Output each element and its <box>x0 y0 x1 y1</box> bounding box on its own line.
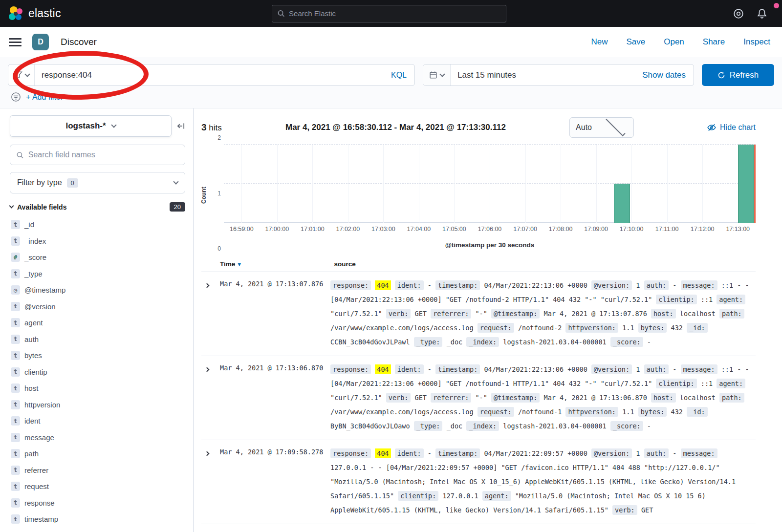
field-item-auth[interactable]: tauth <box>10 331 185 348</box>
chevron-right-icon <box>205 451 210 456</box>
query-input[interactable]: response:404 KQL <box>8 64 415 86</box>
source-field-key: timestamp: <box>435 448 480 458</box>
row-time: Mar 4, 2021 @ 17:13:07.876 <box>220 278 330 349</box>
field-item-_type[interactable]: t_type <box>10 266 185 282</box>
source-field-key: auth: <box>644 364 669 374</box>
chevron-down-icon <box>606 117 625 136</box>
sort-desc-icon[interactable]: ▼ <box>237 261 242 267</box>
field-item-response[interactable]: tresponse <box>10 495 185 511</box>
collapse-sidebar-icon[interactable] <box>176 122 185 130</box>
time-column-header[interactable]: Time▼ <box>220 260 330 268</box>
share-button[interactable]: Share <box>703 37 725 47</box>
string-type-icon: t <box>11 220 20 229</box>
available-fields-header[interactable]: Available fields 20 <box>10 202 185 212</box>
add-filter-button[interactable]: + Add filter <box>26 93 63 102</box>
field-item-clientip[interactable]: tclientip <box>10 364 185 381</box>
x-axis-title: @timestamp per 30 seconds <box>224 238 756 255</box>
field-item-agent[interactable]: tagent <box>10 315 185 331</box>
field-search[interactable] <box>10 145 185 165</box>
x-tick-label: 17:02:00 <box>336 226 360 233</box>
field-name: _index <box>24 237 46 245</box>
field-item-@timestamp[interactable]: ◷@timestamp <box>10 282 185 298</box>
open-button[interactable]: Open <box>664 37 684 47</box>
source-field-key: referrer: <box>431 393 471 403</box>
source-field-key: _index: <box>466 421 499 431</box>
source-field-key: clientip: <box>656 295 696 304</box>
y-axis-title: Count <box>200 187 207 204</box>
row-time: Mar 4, 2021 @ 17:09:58.278 <box>220 447 330 517</box>
refresh-icon <box>717 71 725 79</box>
date-picker[interactable]: Last 15 minutes Show dates <box>423 64 694 86</box>
field-search-input[interactable] <box>28 150 179 159</box>
string-type-icon: t <box>11 482 20 491</box>
field-name: response <box>24 499 55 507</box>
field-item-message[interactable]: tmessage <box>10 429 185 446</box>
interval-select[interactable]: Auto <box>569 117 634 138</box>
space-badge[interactable]: D <box>32 34 49 50</box>
source-field-value: - <box>428 281 432 289</box>
elastic-brand[interactable]: elastic <box>8 6 272 21</box>
field-name: _score <box>24 253 46 261</box>
hide-chart-button[interactable]: Hide chart <box>707 123 756 132</box>
refresh-button[interactable]: Refresh <box>702 64 774 86</box>
expand-row-button[interactable] <box>201 447 220 517</box>
source-field-value: /var/www/example.com/logs/access.log <box>330 408 474 416</box>
filter-by-type[interactable]: Filter by type 0 <box>10 172 185 193</box>
field-name: timestamp <box>24 515 58 523</box>
field-item-timestamp[interactable]: ttimestamp <box>10 511 185 528</box>
field-item-@version[interactable]: t@version <box>10 298 185 315</box>
notifications-icon[interactable] <box>757 8 767 19</box>
source-field-key: _index: <box>466 337 499 347</box>
x-tick-label: 17:09:00 <box>584 226 608 233</box>
source-field-value: 1 <box>636 281 640 289</box>
field-item-httpversion[interactable]: thttpversion <box>10 397 185 413</box>
quick-select-button[interactable] <box>423 64 451 85</box>
global-search[interactable] <box>272 5 506 22</box>
string-type-icon: t <box>11 318 20 327</box>
save-button[interactable]: Save <box>626 37 645 47</box>
histogram-chart: Count 012 16:59:0017:00:0017:01:0017:02:… <box>201 145 756 255</box>
string-type-icon: t <box>11 367 20 377</box>
field-item-ident[interactable]: tident <box>10 413 185 429</box>
inspect-button[interactable]: Inspect <box>743 37 770 47</box>
vertical-gridline <box>419 145 419 223</box>
expand-row-button[interactable] <box>201 362 220 433</box>
source-field-key: @timestamp: <box>491 309 540 319</box>
source-field-key: path: <box>719 393 744 403</box>
global-search-input[interactable] <box>289 9 501 18</box>
expand-row-button[interactable] <box>201 278 220 349</box>
source-field-value: logstash-2021.03.04-000001 <box>503 338 606 346</box>
field-item-host[interactable]: thost <box>10 380 185 397</box>
field-item-referrer[interactable]: treferrer <box>10 462 185 479</box>
field-item-_id[interactable]: t_id <box>10 216 185 233</box>
source-field-key: verb: <box>386 309 411 319</box>
field-item-bytes[interactable]: tbytes <box>10 347 185 364</box>
number-type-icon: # <box>11 253 20 262</box>
search-icon <box>277 9 285 18</box>
new-button[interactable]: New <box>591 37 608 47</box>
source-field-key: agent: <box>717 379 745 388</box>
saved-query-menu-button[interactable] <box>8 64 35 85</box>
help-icon[interactable] <box>733 8 744 19</box>
source-field-key: verb: <box>612 505 637 515</box>
available-fields-count-badge: 20 <box>170 202 185 212</box>
field-item-_score[interactable]: #_score <box>10 249 185 266</box>
kql-toggle[interactable]: KQL <box>383 71 414 80</box>
source-field-key: ident: <box>395 280 424 290</box>
hamburger-menu-icon[interactable] <box>9 38 22 46</box>
chevron-down-icon <box>9 204 14 209</box>
histogram-bar[interactable] <box>738 145 754 223</box>
field-item-request[interactable]: trequest <box>10 478 185 495</box>
query-text[interactable]: response:404 <box>35 70 383 80</box>
source-field-value: - <box>647 422 651 430</box>
show-dates-button[interactable]: Show dates <box>634 70 694 80</box>
index-pattern-selector[interactable]: logstash-* <box>10 115 172 137</box>
time-range-value[interactable]: Last 15 minutes <box>451 70 634 80</box>
field-item-path[interactable]: tpath <box>10 446 185 462</box>
histogram-bar[interactable] <box>614 184 630 223</box>
source-field-value: - <box>673 449 676 457</box>
source-field-key: message: <box>681 280 717 290</box>
source-field-value: CCBN_3cB04dGovJLPawl <box>330 338 410 346</box>
field-item-_index[interactable]: t_index <box>10 233 185 250</box>
field-name: bytes <box>24 351 42 360</box>
